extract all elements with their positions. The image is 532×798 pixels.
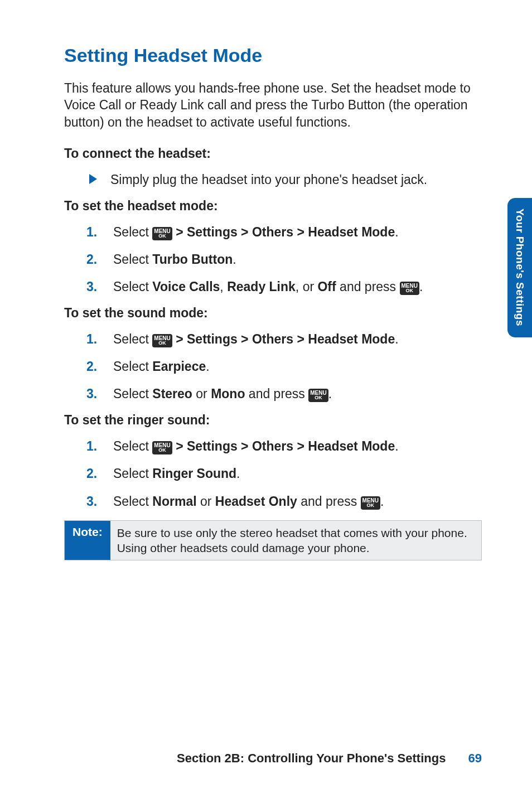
proc4-heading: To set the ringer sound: (64, 413, 482, 428)
text: . (380, 494, 384, 509)
text: . (206, 359, 209, 374)
proc3-step1: Select MENUOK > Settings > Others > Head… (86, 331, 482, 348)
proc1-heading: To connect the headset: (64, 146, 482, 161)
proc2-step3: Select Voice Calls, Ready Link, or Off a… (86, 278, 482, 296)
page-footer: Section 2B: Controlling Your Phone's Set… (177, 751, 482, 766)
proc4-step2: Select Ringer Sound. (86, 465, 482, 482)
option-text: Normal (152, 494, 196, 509)
proc4-step3: Select Normal or Headset Only and press … (86, 493, 482, 510)
text: Select (113, 359, 152, 374)
proc2-step2: Select Turbo Button. (86, 251, 482, 268)
text: . (395, 439, 398, 453)
option-text: Off (317, 279, 336, 294)
text: . (395, 332, 398, 346)
proc3-step2: Select Earpiece. (86, 358, 482, 375)
proc2-heading: To set the headset mode: (64, 199, 482, 214)
menu-ok-icon: MENUOK (152, 227, 172, 240)
option-text: Earpiece (152, 359, 206, 374)
proc1-bullet-text: Simply plug the headset into your phone'… (110, 172, 427, 187)
text: Select (113, 252, 152, 267)
text: . (236, 466, 240, 481)
option-text: Ringer Sound (152, 466, 236, 481)
text: and press (297, 494, 361, 509)
side-tab: Your Phone's Settings (507, 198, 532, 337)
footer-section: Section 2B: Controlling Your Phone's Set… (177, 751, 446, 765)
menu-ok-icon: MENUOK (400, 282, 419, 295)
option-text: Voice Calls (152, 279, 220, 294)
text: and press (336, 279, 400, 294)
text: . (419, 279, 423, 294)
text: and press (245, 386, 308, 401)
proc1-list: Simply plug the headset into your phone'… (64, 171, 482, 188)
text: Select (113, 386, 152, 401)
path-text: > Settings > Others > Headset Mode (172, 332, 395, 346)
intro-paragraph: This feature allows you hands-free phone… (64, 80, 482, 130)
option-text: Mono (211, 386, 245, 401)
proc3-heading: To set the sound mode: (64, 306, 482, 321)
option-text: Headset Only (215, 494, 297, 509)
text: , (220, 279, 227, 294)
text: Select (113, 466, 152, 481)
text: Select (113, 279, 152, 294)
proc2-step1: Select MENUOK > Settings > Others > Head… (86, 224, 482, 241)
option-text: Stereo (152, 386, 192, 401)
note-box: Note: Be sure to use only the stereo hea… (64, 520, 482, 561)
text: Select (113, 332, 152, 346)
menu-ok-icon: MENUOK (152, 334, 172, 347)
proc4-step1: Select MENUOK > Settings > Others > Head… (86, 438, 482, 455)
side-tab-label: Your Phone's Settings (514, 209, 526, 326)
page-content: Setting Headset Mode This feature allows… (0, 0, 532, 560)
proc3-steps: Select MENUOK > Settings > Others > Head… (64, 331, 482, 403)
option-text: Ready Link (227, 279, 296, 294)
triangle-icon (89, 174, 97, 184)
proc2-steps: Select MENUOK > Settings > Others > Head… (64, 224, 482, 296)
text: , or (296, 279, 318, 294)
text: . (328, 386, 332, 401)
text: or (197, 494, 215, 509)
text: or (192, 386, 211, 401)
text: . (395, 225, 398, 239)
text: . (233, 252, 236, 267)
option-text: Turbo Button (152, 252, 233, 267)
note-label: Note: (65, 521, 110, 560)
note-text: Be sure to use only the stereo headset t… (110, 521, 481, 560)
menu-ok-icon: MENUOK (308, 389, 328, 402)
text: Select (113, 225, 152, 239)
menu-ok-icon: MENUOK (152, 441, 172, 454)
proc1-bullet: Simply plug the headset into your phone'… (89, 171, 482, 188)
path-text: > Settings > Others > Headset Mode (172, 439, 395, 453)
proc3-step3: Select Stereo or Mono and press MENUOK. (86, 385, 482, 403)
text: Select (113, 494, 152, 509)
section-title: Setting Headset Mode (64, 45, 482, 66)
menu-ok-icon: MENUOK (361, 496, 380, 510)
path-text: > Settings > Others > Headset Mode (172, 225, 395, 239)
page-number: 69 (468, 751, 482, 765)
text: Select (113, 439, 152, 453)
proc4-steps: Select MENUOK > Settings > Others > Head… (64, 438, 482, 510)
